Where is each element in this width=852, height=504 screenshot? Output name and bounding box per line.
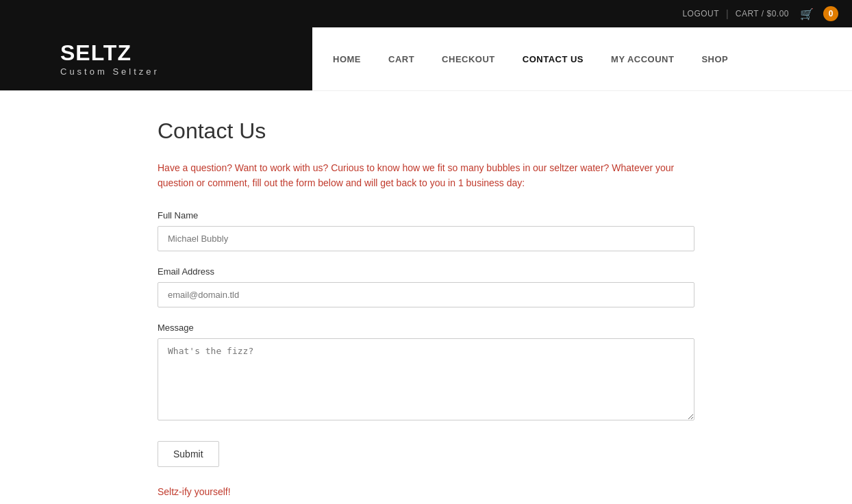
email-input[interactable] — [158, 282, 694, 307]
cart-badge: 0 — [823, 6, 838, 21]
top-bar: LOGOUT | CART / $0.00 🛒 0 — [0, 0, 852, 27]
nav-my-account[interactable]: MY ACCOUNT — [611, 54, 674, 64]
nav-shop[interactable]: SHOP — [701, 54, 728, 64]
header: SELTZ Custom Seltzer HOME CART CHECKOUT … — [0, 27, 852, 91]
message-textarea[interactable] — [158, 338, 694, 420]
submit-button[interactable]: Submit — [158, 441, 219, 467]
page-title: Contact Us — [158, 118, 694, 144]
full-name-input[interactable] — [158, 226, 694, 251]
logo-subtitle: Custom Seltzer — [60, 66, 160, 77]
email-label: Email Address — [158, 266, 694, 277]
divider: | — [726, 8, 729, 19]
message-label: Message — [158, 323, 694, 333]
full-name-label: Full Name — [158, 210, 694, 220]
logo-title: SELTZ — [60, 42, 160, 64]
intro-text: Have a question? Want to work with us? C… — [158, 160, 694, 191]
footer-tagline: Seltz-ify yourself! — [158, 486, 694, 497]
logo-area: SELTZ Custom Seltzer — [0, 27, 312, 90]
cart-icon: 🛒 — [800, 8, 814, 21]
nav-contact-us[interactable]: CONTACT US — [523, 54, 584, 64]
message-group: Message — [158, 323, 694, 423]
nav-cart[interactable]: CART — [388, 54, 414, 64]
cart-link[interactable]: CART / $0.00 — [736, 9, 789, 18]
logo: SELTZ Custom Seltzer — [60, 42, 160, 77]
email-group: Email Address — [158, 266, 694, 307]
main-nav: HOME CART CHECKOUT CONTACT US MY ACCOUNT… — [312, 27, 852, 90]
nav-home[interactable]: HOME — [333, 54, 361, 64]
nav-checkout[interactable]: CHECKOUT — [442, 54, 495, 64]
main-content: Contact Us Have a question? Want to work… — [97, 91, 755, 504]
full-name-group: Full Name — [158, 210, 694, 251]
logout-button[interactable]: LOGOUT — [682, 9, 719, 18]
